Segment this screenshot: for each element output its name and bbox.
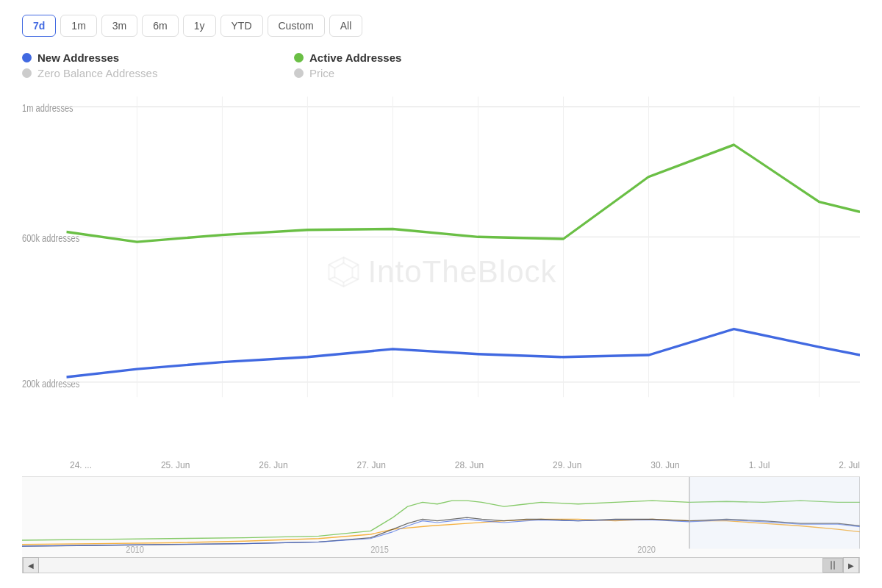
svg-text:2010: 2010	[126, 545, 144, 556]
mini-chart-container: 2010 2015 2020	[22, 476, 860, 557]
svg-text:200k addresses: 200k addresses	[22, 377, 80, 390]
x-label: 25. Jun	[161, 460, 190, 470]
svg-text:1m addresses: 1m addresses	[22, 101, 74, 114]
time-btn-6m[interactable]: 6m	[142, 15, 178, 37]
legend: New AddressesActive AddressesZero Balanc…	[22, 51, 537, 79]
legend-label-zero-balance: Zero Balance Addresses	[37, 67, 157, 79]
main-chart-container: IntoTheBlock 1m addresses 600k addresses…	[22, 87, 860, 457]
nav-handle-line-1	[831, 561, 832, 570]
svg-text:2015: 2015	[370, 545, 389, 556]
x-label: 28. Jun	[455, 460, 484, 470]
x-label: 26. Jun	[259, 460, 287, 470]
main-chart-svg: 1m addresses 600k addresses 200k address…	[22, 87, 860, 457]
svg-text:2020: 2020	[637, 545, 656, 556]
x-label: 24. ...	[70, 460, 92, 470]
svg-rect-27	[689, 477, 860, 549]
legend-label-new-addresses: New Addresses	[37, 51, 119, 64]
nav-handle-lines	[831, 561, 835, 570]
legend-item-active-addresses[interactable]: Active Addresses	[294, 51, 537, 64]
x-label: 1. Jul	[749, 460, 770, 470]
time-btn-custom[interactable]: Custom	[268, 15, 325, 37]
x-label: 30. Jun	[650, 460, 679, 470]
time-btn-1y[interactable]: 1y	[183, 15, 216, 37]
time-btn-3m[interactable]: 3m	[101, 15, 137, 37]
nav-handle[interactable]	[822, 558, 843, 573]
time-btn-1m[interactable]: 1m	[60, 15, 96, 37]
legend-item-new-addresses[interactable]: New Addresses	[22, 51, 265, 64]
legend-dot-active-addresses	[294, 53, 304, 62]
time-range-bar: 7d1m3m6m1yYTDCustomAll	[22, 15, 860, 37]
legend-item-zero-balance[interactable]: Zero Balance Addresses	[22, 67, 265, 79]
x-label: 2. Jul	[839, 460, 860, 470]
legend-label-active-addresses: Active Addresses	[309, 51, 401, 64]
main-container: 7d1m3m6m1yYTDCustomAll New AddressesActi…	[0, 0, 882, 588]
x-label: 29. Jun	[553, 460, 581, 470]
time-btn-all[interactable]: All	[329, 15, 363, 37]
x-axis-labels: 24. ...25. Jun26. Jun27. Jun28. Jun29. J…	[22, 457, 860, 473]
time-btn-7d[interactable]: 7d	[22, 15, 56, 37]
time-btn-ytd[interactable]: YTD	[220, 15, 263, 37]
chart-wrapper: IntoTheBlock 1m addresses 600k addresses…	[22, 87, 860, 573]
nav-arrow-right[interactable]: ▶	[843, 557, 859, 573]
navigator-bar: ◀ ▶	[22, 557, 860, 573]
legend-item-price[interactable]: Price	[294, 67, 537, 79]
x-label: 27. Jun	[357, 460, 386, 470]
nav-arrow-left[interactable]: ◀	[23, 557, 39, 573]
legend-label-price: Price	[309, 67, 334, 79]
legend-dot-price	[294, 68, 304, 78]
mini-chart-svg: 2010 2015 2020	[22, 477, 860, 557]
legend-dot-new-addresses	[22, 53, 32, 62]
nav-track[interactable]	[39, 558, 843, 573]
legend-dot-zero-balance	[22, 68, 32, 78]
nav-handle-line-2	[833, 561, 835, 570]
